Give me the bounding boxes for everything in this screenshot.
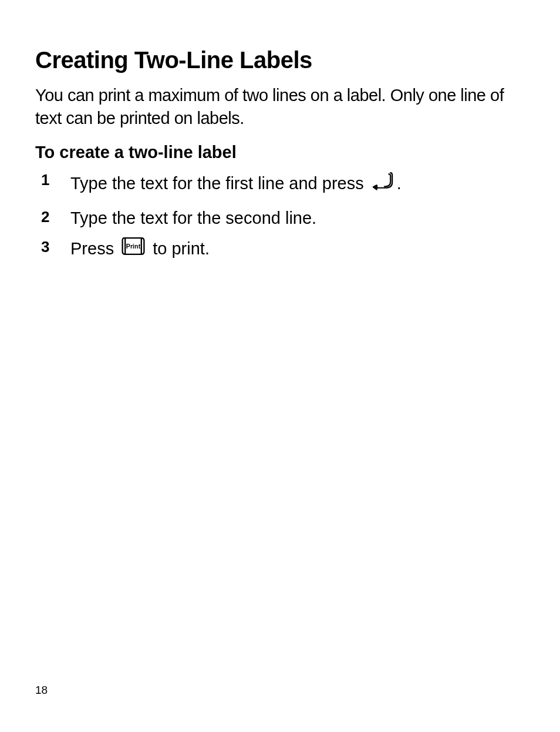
- print-key-icon: Print: [120, 235, 147, 265]
- step-text: Type the text for the second line.: [70, 209, 316, 227]
- page-number: 18: [35, 684, 48, 697]
- intro-paragraph: You can print a maximum of two lines on …: [35, 84, 525, 130]
- step-2: 2 Type the text for the second line.: [70, 205, 525, 231]
- step-number: 1: [41, 168, 49, 192]
- step-text-after: .: [397, 174, 402, 193]
- step-1: 1 Type the text for the first line and p…: [70, 168, 525, 202]
- step-text: Press: [70, 239, 119, 258]
- document-page: Creating Two-Line Labels You can print a…: [0, 0, 560, 732]
- print-key-label: Print: [126, 243, 141, 250]
- page-title: Creating Two-Line Labels: [35, 47, 525, 73]
- step-3: 3 Press Print to print.: [70, 235, 525, 265]
- step-text-after: to print.: [148, 239, 210, 258]
- steps-list: 1 Type the text for the first line and p…: [35, 168, 525, 265]
- step-number: 3: [41, 235, 49, 258]
- enter-key-icon: [370, 168, 396, 202]
- step-number: 2: [41, 205, 49, 229]
- step-text: Type the text for the first line and pre…: [70, 174, 369, 193]
- procedure-title: To create a two-line label: [35, 143, 525, 162]
